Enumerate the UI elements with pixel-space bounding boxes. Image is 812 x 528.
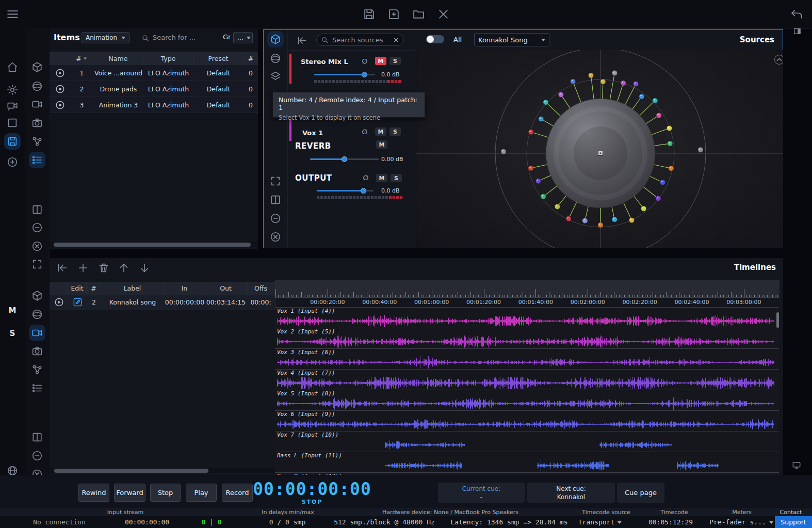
timeline-track[interactable]: Vox 7 (Input (10)): [275, 431, 779, 452]
all-sources-toggle[interactable]: [426, 35, 444, 43]
source-dot[interactable]: [698, 147, 703, 152]
current-cue-box[interactable]: Current cue: -: [438, 483, 525, 503]
sphere-icon[interactable]: [270, 53, 281, 64]
tl-col-label[interactable]: Label: [101, 282, 164, 295]
source-dot[interactable]: [570, 79, 575, 84]
source-dot[interactable]: [539, 116, 544, 121]
phase-button[interactable]: ∅: [362, 174, 370, 182]
move-up-button[interactable]: [118, 262, 129, 274]
move-down-button[interactable]: [139, 262, 150, 274]
cube-icon[interactable]: [270, 34, 281, 45]
timelines-collapse-button[interactable]: [57, 262, 68, 274]
source-dot[interactable]: [639, 94, 644, 99]
solo-button[interactable]: S: [389, 57, 401, 65]
source-dot[interactable]: [528, 130, 533, 135]
support-button[interactable]: Support: [775, 516, 812, 528]
tl-col-in[interactable]: In: [164, 282, 205, 295]
undo-button[interactable]: [790, 8, 803, 21]
timeline-row[interactable]: 2 Konnakol song 00:00:00:00 00:03:14:15 …: [50, 295, 275, 310]
tl-col-offset[interactable]: Offs: [247, 282, 275, 295]
source-dot[interactable]: [588, 73, 593, 78]
group-dropdown[interactable]: …: [233, 32, 253, 43]
timeline-track[interactable]: Vox 6 (Input (9)): [275, 410, 779, 431]
node-graph-icon[interactable]: [31, 136, 43, 147]
source-dot[interactable]: [653, 98, 658, 103]
fullscreen-icon[interactable]: [270, 175, 281, 187]
source-dot[interactable]: [612, 217, 617, 222]
layers-icon[interactable]: [270, 71, 281, 82]
items-col-extra[interactable]: #: [243, 52, 258, 65]
add-timeline-button[interactable]: [77, 262, 89, 274]
play-circle-icon[interactable]: [55, 68, 65, 78]
video-chat-icon[interactable]: [7, 101, 18, 112]
source-dot[interactable]: [633, 81, 638, 86]
sidebar-letter-m[interactable]: M: [9, 306, 17, 315]
phase-button[interactable]: ∅: [361, 57, 369, 65]
frame-icon[interactable]: [7, 117, 18, 129]
timeline-track[interactable]: Vox 4 (Input (7)): [275, 369, 779, 390]
edit-icon[interactable]: [73, 297, 83, 307]
source-dot[interactable]: [656, 196, 661, 201]
close-circle-icon[interactable]: [270, 231, 281, 243]
mute-button[interactable]: M: [375, 127, 386, 136]
source-dot[interactable]: [555, 204, 560, 209]
clear-search-icon[interactable]: [393, 37, 399, 43]
source-dot[interactable]: [535, 179, 541, 184]
remove-circle-icon[interactable]: [31, 222, 43, 233]
timecode-source-dropdown[interactable]: Transport: [578, 516, 622, 528]
sidebar-letter-s[interactable]: S: [10, 329, 15, 338]
meters-mode-dropdown[interactable]: Pre-fader s...: [709, 516, 773, 528]
menu-button[interactable]: [6, 8, 19, 21]
source-dot[interactable]: [600, 79, 606, 84]
items-col-type[interactable]: Type: [143, 52, 193, 65]
source-dot[interactable]: [621, 81, 626, 86]
timelines-hscrollbar[interactable]: [50, 468, 275, 473]
play-circle-icon[interactable]: [54, 297, 64, 307]
cube-icon[interactable]: [31, 61, 43, 73]
items-col-preset[interactable]: Preset: [193, 52, 243, 65]
mute-button[interactable]: M: [375, 57, 386, 65]
output-solo-button[interactable]: S: [391, 174, 402, 182]
delete-timeline-button[interactable]: [98, 262, 109, 274]
items-col-num[interactable]: #: [70, 52, 93, 65]
timeline-track[interactable]: Vox 5 (Input (8)): [275, 390, 779, 410]
source-dot[interactable]: [501, 149, 506, 154]
close-project-button[interactable]: [437, 8, 450, 21]
source-dot[interactable]: [566, 216, 571, 221]
source-dot[interactable]: [660, 180, 665, 185]
source-dot[interactable]: [558, 92, 563, 97]
spatial-scene[interactable]: [416, 50, 783, 248]
list-icon[interactable]: [31, 382, 43, 394]
save-layout-icon[interactable]: [7, 136, 18, 147]
save-as-button[interactable]: [387, 8, 400, 21]
song-preset-dropdown[interactable]: Konnakol Song: [474, 33, 549, 46]
camera-icon[interactable]: [31, 345, 43, 357]
source-dot[interactable]: [669, 166, 674, 171]
items-search-input[interactable]: Search for ...: [153, 34, 196, 41]
items-filter-dropdown[interactable]: Animation: [82, 32, 129, 43]
items-table-row[interactable]: 3Animation 3LFO AzimuthDefault0: [50, 97, 258, 113]
source-dot[interactable]: [598, 222, 603, 228]
timelines-hscrollbar-thumb[interactable]: [54, 469, 208, 473]
timeline-ruler[interactable]: 00:00:20:0000:00:40:0000:01:00:0000:01:2…: [275, 280, 779, 307]
reverb-mute-button[interactable]: M: [376, 140, 387, 149]
items-hscrollbar-thumb[interactable]: [54, 243, 251, 247]
timeline-track[interactable]: Vox 1 (Input (4)): [275, 307, 779, 328]
rewind-button[interactable]: Rewind: [78, 484, 109, 502]
remove-circle-icon[interactable]: [31, 450, 43, 461]
source-dot[interactable]: [582, 218, 588, 223]
timeline-track[interactable]: Vox 3 (Input (6)): [275, 348, 779, 369]
split-view-icon[interactable]: [31, 431, 43, 443]
stop-button[interactable]: Stop: [150, 484, 181, 502]
video-icon[interactable]: [31, 99, 43, 110]
remove-circle-icon[interactable]: [270, 213, 281, 224]
output-mute-button[interactable]: M: [376, 174, 387, 182]
timeline-track[interactable]: Vox 2 (Input (5)): [275, 328, 779, 348]
source-dot[interactable]: [541, 194, 546, 199]
items-table-row[interactable]: 1Voice ...aroundLFO AzimuthDefault0: [50, 65, 258, 81]
stop-circle-icon[interactable]: [55, 100, 65, 110]
source-dot[interactable]: [612, 70, 617, 75]
add-circle-icon[interactable]: [7, 156, 18, 168]
panel-toggle-button[interactable]: [793, 27, 802, 36]
gain-slider-knob[interactable]: [362, 72, 367, 77]
